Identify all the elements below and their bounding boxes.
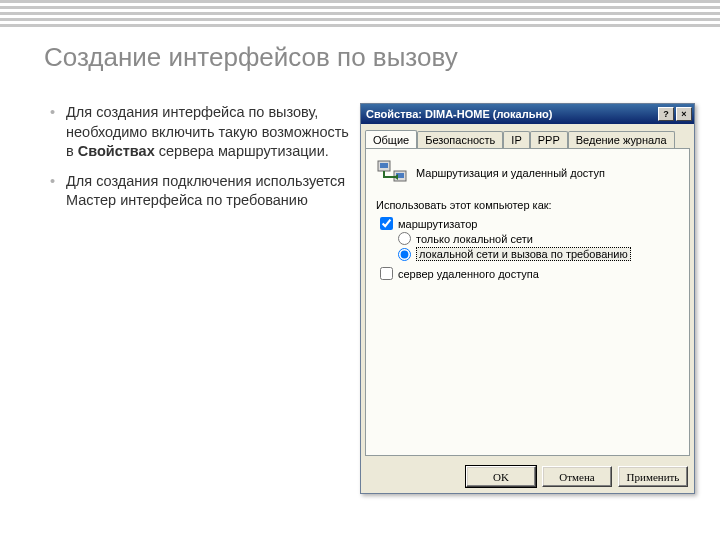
dialog-buttons: OK Отмена Применить: [361, 460, 694, 493]
properties-dialog: Свойства: DIMA-HOME (локально) ? × Общие…: [360, 103, 695, 494]
help-button[interactable]: ?: [658, 107, 674, 121]
panel-heading: Маршрутизация и удаленный доступ: [416, 167, 605, 179]
checkbox-ras-input[interactable]: [380, 267, 393, 280]
checkbox-router-label: маршрутизатор: [398, 218, 477, 230]
cancel-button[interactable]: Отмена: [542, 466, 612, 487]
bullet-item: Для создания интерфейса по вызову, необх…: [50, 103, 360, 162]
radio-lan-only-label: только локальной сети: [416, 233, 533, 245]
apply-button[interactable]: Применить: [618, 466, 688, 487]
use-as-label: Использовать этот компьютер как:: [376, 199, 679, 211]
tab-security[interactable]: Безопасность: [417, 131, 503, 149]
checkbox-router[interactable]: маршрутизатор: [380, 217, 679, 230]
radio-lan-only-input[interactable]: [398, 232, 411, 245]
close-button[interactable]: ×: [676, 107, 692, 121]
svg-rect-1: [380, 163, 388, 168]
radio-lan-demand-input[interactable]: [398, 248, 411, 261]
bullet-list: Для создания интерфейса по вызову, необх…: [50, 103, 360, 494]
decorative-lines: [0, 0, 720, 30]
tab-ppp[interactable]: PPP: [530, 131, 568, 149]
checkbox-router-input[interactable]: [380, 217, 393, 230]
routing-icon: [376, 157, 408, 189]
bullet-item: Для создания подключения используется Ма…: [50, 172, 360, 211]
window-title: Свойства: DIMA-HOME (локально): [363, 108, 656, 120]
tab-strip: Общие Безопасность IP PPP Ведение журнал…: [361, 124, 694, 148]
ok-button[interactable]: OK: [466, 466, 536, 487]
titlebar[interactable]: Свойства: DIMA-HOME (локально) ? ×: [361, 104, 694, 124]
tab-logging[interactable]: Ведение журнала: [568, 131, 675, 149]
checkbox-ras[interactable]: сервер удаленного доступа: [380, 267, 679, 280]
tab-panel-general: Маршрутизация и удаленный доступ Использ…: [365, 148, 690, 456]
tab-general[interactable]: Общие: [365, 130, 417, 148]
radio-lan-demand[interactable]: локальной сети и вызова по требованию: [398, 247, 679, 261]
radio-lan-demand-label: локальной сети и вызова по требованию: [416, 247, 631, 261]
tab-ip[interactable]: IP: [503, 131, 529, 149]
radio-lan-only[interactable]: только локальной сети: [398, 232, 679, 245]
checkbox-ras-label: сервер удаленного доступа: [398, 268, 539, 280]
